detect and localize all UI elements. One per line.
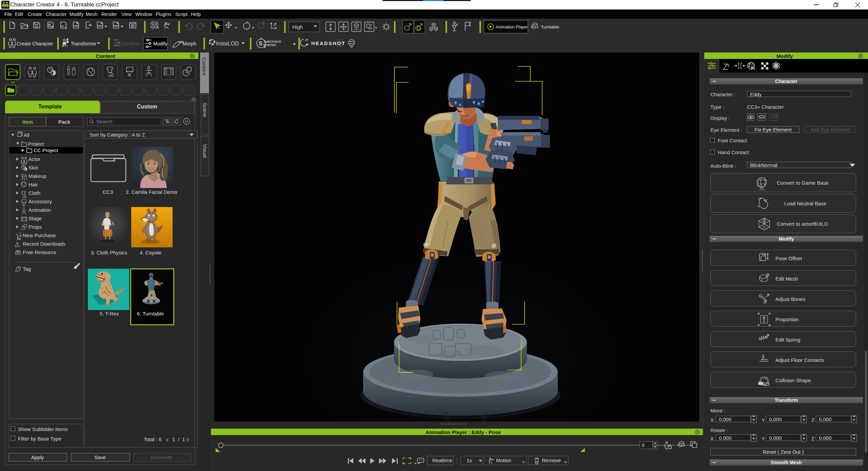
svg-text:FBX: FBX: [114, 24, 119, 27]
svg-text:Transformer: Transformer: [71, 41, 97, 46]
svg-text:IC: IC: [61, 25, 64, 28]
svg-text:OBJ: OBJ: [98, 24, 103, 27]
svg-text:HEADSHOT: HEADSHOT: [311, 41, 346, 46]
svg-text:Conform: Conform: [122, 41, 140, 46]
svg-text:High: High: [292, 24, 303, 30]
svg-text:Animation Player: Animation Player: [496, 25, 528, 29]
svg-text:Create Character: Create Character: [17, 41, 53, 46]
svg-text:PAINTER: PAINTER: [263, 43, 276, 47]
svg-text:S: S: [259, 41, 262, 46]
svg-text:InstaLOD: InstaLOD: [216, 41, 239, 46]
svg-text:Modify: Modify: [153, 41, 167, 46]
svg-text:Turntable: Turntable: [541, 24, 559, 29]
svg-text:SUBSTANCE: SUBSTANCE: [263, 40, 281, 43]
svg-text:0: 0: [642, 443, 645, 448]
svg-text:Morph: Morph: [183, 41, 196, 46]
svg-text:USD: USD: [74, 24, 79, 27]
